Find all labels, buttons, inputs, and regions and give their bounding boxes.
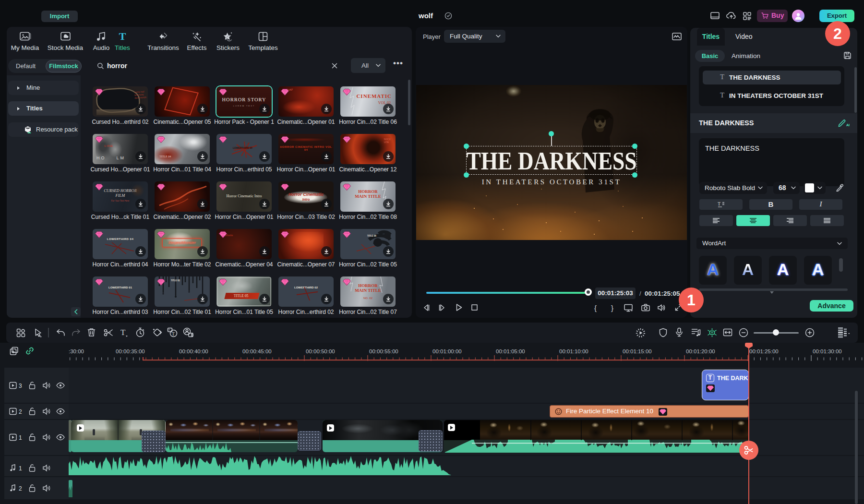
svg-text:1: 1: [19, 434, 22, 441]
svg-text:2: 2: [19, 485, 22, 492]
svg-text:T: T: [172, 331, 175, 336]
svg-text:3: 3: [19, 383, 22, 389]
svg-text:AI: AI: [846, 123, 850, 127]
svg-text:2: 2: [19, 408, 22, 415]
svg-text:1: 1: [19, 465, 22, 472]
svg-text:T: T: [718, 201, 720, 206]
svg-text:T: T: [120, 328, 126, 337]
svg-text:T: T: [119, 31, 126, 42]
